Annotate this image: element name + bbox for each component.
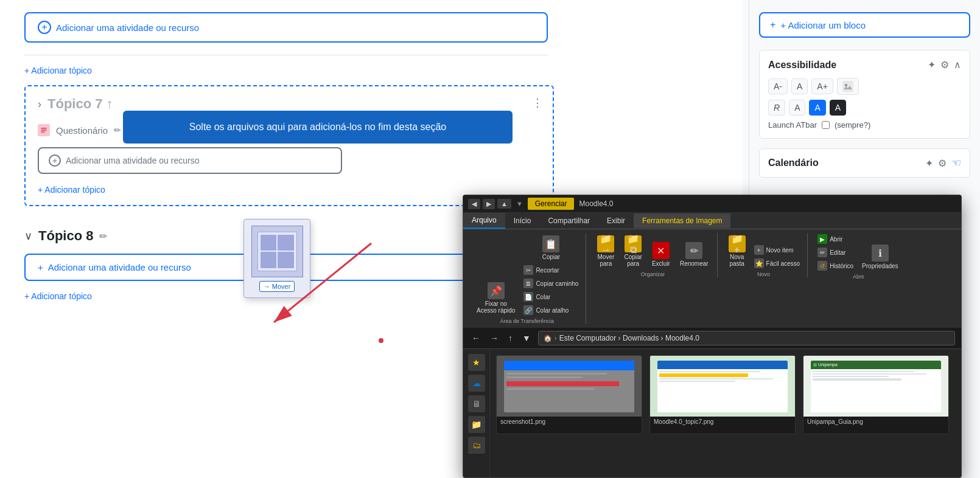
quiz-icon bbox=[38, 124, 50, 136]
new-item-button[interactable]: + Novo item bbox=[752, 244, 803, 256]
delete-icon: ✕ bbox=[653, 242, 670, 259]
ribbon-new-small: + Novo item ⭐ Fácil acesso bbox=[752, 244, 803, 269]
file-explorer-titlebar: ◀ ▶ ▲ ▼ Gerenciar Moodle4.0 bbox=[463, 195, 961, 213]
chevron-up-icon[interactable]: ∧ bbox=[954, 59, 961, 71]
sidebar-folder2-icon[interactable]: 🗂 bbox=[468, 437, 485, 454]
accessibility-block-header: Acessibilidade ✦ ⚙ ∧ bbox=[768, 59, 961, 71]
titlebar-icons: ◀ ▶ ▲ ▼ bbox=[468, 199, 523, 209]
move-to-button[interactable]: 📁→ Mover para bbox=[593, 233, 618, 269]
file-explorer-window: ◀ ▶ ▲ ▼ Gerenciar Moodle4.0 Arquivo Iníc… bbox=[463, 195, 962, 478]
topic8-title: Tópico 8 bbox=[38, 228, 93, 244]
titlebar-up-button[interactable]: ▲ bbox=[497, 199, 511, 209]
copy-icon: 📋 bbox=[542, 235, 559, 252]
launch-atbar-row: Launch ATbar (sempre?) bbox=[768, 120, 961, 130]
ribbon-small-btns-clipboard: 📋 Copiar ✂ Recortar 🗎 Copiar caminho 📄 C… bbox=[521, 233, 581, 316]
file-item-3[interactable]: Unipampa Unipampa_Guia.png bbox=[803, 355, 949, 434]
font-normal-button[interactable]: A bbox=[791, 78, 808, 94]
quiz-label: Questionário bbox=[56, 125, 108, 136]
add-activity-top-button[interactable]: + Adicionar uma atividade ou recurso bbox=[24, 12, 548, 43]
address-path[interactable]: 🏠 › Este Computador › Downloads › Moodle… bbox=[538, 331, 955, 345]
gear-icon[interactable]: ⚙ bbox=[940, 59, 949, 71]
add-topic-bottom-link[interactable]: + Adicionar tópico bbox=[38, 185, 105, 195]
paste-shortcut-button[interactable]: 🔗 Colar atalho bbox=[521, 304, 581, 316]
fix-button[interactable]: 📌 Fixar no Acesso rápido bbox=[473, 280, 519, 316]
titlebar-forward-button[interactable]: ▶ bbox=[483, 199, 495, 209]
divider-1 bbox=[24, 55, 548, 55]
nav-up-button[interactable]: ↑ bbox=[506, 332, 515, 344]
add-activity-top-label: Adicionar uma atividade ou recurso bbox=[56, 23, 199, 33]
calendario-controls: ✦ ⚙ ☜ bbox=[925, 156, 961, 170]
font-increase-button[interactable]: A+ bbox=[811, 78, 833, 94]
sidebar-folder-icon[interactable]: 📁 bbox=[468, 416, 485, 433]
open-button[interactable]: ▶ Abrir bbox=[815, 233, 856, 245]
new-folder-button[interactable]: 📁+ Nova pasta bbox=[725, 233, 749, 269]
address-bar: ← → ↑ ▼ 🏠 › Este Computador › Downloads … bbox=[463, 328, 961, 349]
calendar-hand-icon[interactable]: ☜ bbox=[951, 156, 961, 170]
copy-button[interactable]: 📋 Copiar bbox=[521, 233, 581, 263]
paste-shortcut-icon: 🔗 bbox=[523, 305, 533, 315]
paste-button[interactable]: 📄 Colar bbox=[521, 291, 581, 303]
theme-blue-button[interactable]: A bbox=[809, 100, 825, 116]
ribbon-tab-inicio[interactable]: Início bbox=[505, 213, 540, 228]
calendar-move-icon[interactable]: ✦ bbox=[925, 158, 933, 169]
topic7-header: › Tópico 7 ↑ bbox=[38, 96, 541, 112]
file-name-1: screenshot1.png bbox=[497, 417, 642, 427]
rename-button[interactable]: ✏ Renomear bbox=[676, 240, 712, 269]
copy-path-icon: 🗎 bbox=[523, 279, 533, 288]
copy-to-button[interactable]: 📁⧉ Copiar para bbox=[620, 233, 645, 269]
add-activity-inner-button[interactable]: + Adicionar uma atividade ou recurso bbox=[38, 147, 342, 174]
gerenciar-tab-button[interactable]: Gerenciar bbox=[528, 198, 575, 210]
ribbon-open-btns: ▶ Abrir ✏ Editar ↺ Histórico ℹ Proprieda… bbox=[815, 233, 901, 272]
nav-forward-button[interactable]: → bbox=[488, 332, 501, 344]
preview-cell-1 bbox=[261, 235, 277, 251]
calendar-gear-icon[interactable]: ⚙ bbox=[938, 158, 947, 169]
add-block-label: + Adicionar um bloco bbox=[780, 20, 866, 30]
file-item-2[interactable]: Moodle4.0_topic7.png bbox=[649, 355, 796, 434]
sidebar-cloud-icon[interactable]: ☁ bbox=[468, 375, 485, 392]
ribbon-content: 📌 Fixar no Acesso rápido 📋 Copiar ✂ Reco… bbox=[463, 229, 961, 328]
add-block-button[interactable]: + + Adicionar um bloco bbox=[759, 12, 970, 38]
nav-recent-button[interactable]: ▼ bbox=[520, 332, 533, 344]
ribbon-tab-exibir[interactable]: Exibir bbox=[598, 213, 634, 228]
ribbon-clipboard-btns: 📌 Fixar no Acesso rápido 📋 Copiar ✂ Reco… bbox=[473, 233, 581, 316]
accessibility-title: Acessibilidade bbox=[768, 60, 836, 71]
accessibility-image-button[interactable] bbox=[837, 78, 859, 95]
delete-button[interactable]: ✕ Excluir bbox=[648, 240, 674, 269]
atbar-checkbox[interactable] bbox=[822, 121, 830, 129]
move-cross-icon[interactable]: ✦ bbox=[928, 59, 936, 71]
file-explorer-body: ★ ☁ 🖥 📁 🗂 bbox=[463, 349, 961, 478]
topic7-menu-button[interactable]: ⋮ bbox=[532, 96, 543, 109]
ribbon-tabs: Arquivo Início Compartilhar Exibir Ferra… bbox=[463, 213, 961, 229]
history-button[interactable]: ↺ Histórico bbox=[815, 260, 856, 272]
ribbon-tab-compartilhar[interactable]: Compartilhar bbox=[539, 213, 598, 228]
file-item-1[interactable]: screenshot1.png bbox=[496, 355, 642, 434]
sidebar-star-icon[interactable]: ★ bbox=[468, 354, 485, 371]
quiz-edit-pencil[interactable]: ✏ bbox=[114, 125, 121, 135]
cut-button[interactable]: ✂ Recortar bbox=[521, 264, 581, 276]
easy-access-button[interactable]: ⭐ Fácil acesso bbox=[752, 257, 803, 269]
open-group-label: Abrir bbox=[815, 274, 901, 280]
launch-atbar-label: Launch ATbar bbox=[768, 120, 817, 130]
clipboard-group-label: Área de Transferência bbox=[473, 318, 581, 324]
nav-back-button[interactable]: ← bbox=[469, 332, 483, 344]
theme-dark-button[interactable]: A bbox=[830, 100, 846, 116]
move-to-icon: 📁→ bbox=[597, 235, 614, 252]
properties-icon: ℹ bbox=[872, 244, 889, 262]
add-topic-t8-link[interactable]: + Adicionar tópico bbox=[24, 291, 92, 301]
copy-path-button[interactable]: 🗎 Copiar caminho bbox=[521, 277, 581, 289]
properties-button[interactable]: ℹ Propriedades bbox=[858, 242, 901, 272]
ribbon-tab-arquivo[interactable]: Arquivo bbox=[463, 213, 505, 229]
topic8-chevron-icon: ∨ bbox=[24, 229, 32, 243]
titlebar-back-button[interactable]: ◀ bbox=[468, 199, 480, 209]
ribbon-tab-ferramentas[interactable]: Ferramentas de Imagem bbox=[634, 213, 730, 228]
add-topic-link[interactable]: + Adicionar tópico bbox=[24, 66, 92, 75]
edit-button[interactable]: ✏ Editar bbox=[815, 246, 856, 258]
titlebar-separator: ▼ bbox=[516, 200, 523, 207]
file-explorer-title: Moodle4.0 bbox=[579, 199, 613, 208]
topic8-edit-pencil[interactable]: ✏ bbox=[99, 230, 107, 242]
svg-point-4 bbox=[845, 84, 847, 86]
italic-button[interactable]: R bbox=[768, 100, 785, 116]
theme-white-button[interactable]: A bbox=[789, 100, 805, 116]
font-decrease-button[interactable]: A- bbox=[768, 78, 788, 94]
sidebar-screen-icon[interactable]: 🖥 bbox=[468, 395, 485, 412]
